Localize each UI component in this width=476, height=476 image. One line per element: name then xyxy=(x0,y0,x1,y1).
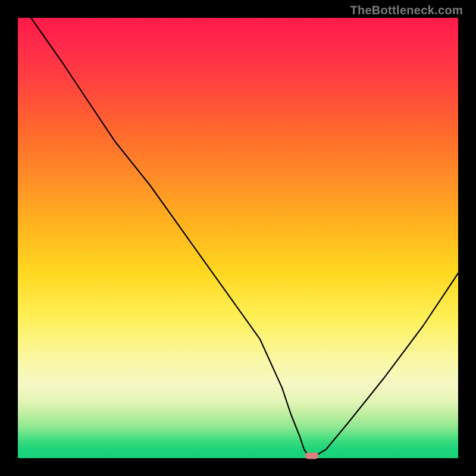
watermark-text: TheBottleneck.com xyxy=(350,4,463,17)
optimal-marker xyxy=(305,453,318,459)
bottleneck-curve xyxy=(31,18,458,456)
curve-svg xyxy=(18,18,458,458)
plot-area xyxy=(18,18,458,458)
chart-canvas: TheBottleneck.com xyxy=(0,0,476,476)
